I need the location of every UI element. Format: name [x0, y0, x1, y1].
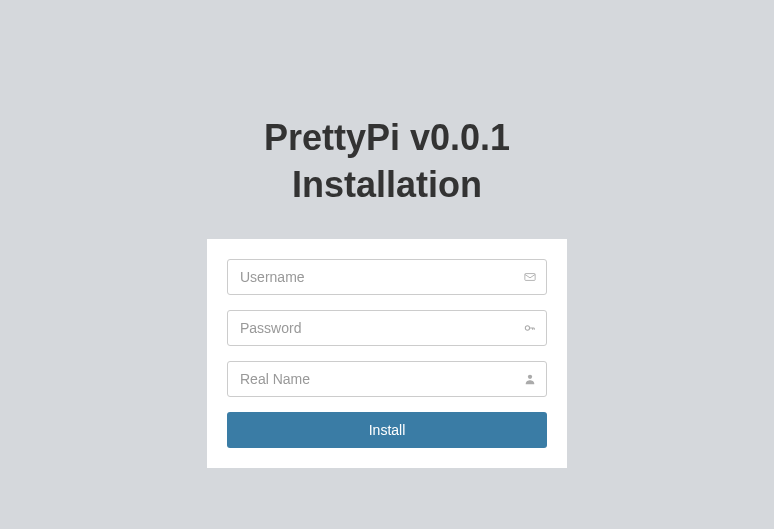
username-group [227, 259, 547, 295]
install-button[interactable]: Install [227, 412, 547, 448]
password-group [227, 310, 547, 346]
title-line-1: PrettyPi v0.0.1 [264, 115, 510, 162]
realname-input[interactable] [227, 361, 547, 397]
svg-rect-0 [525, 273, 535, 280]
envelope-icon [523, 270, 537, 284]
realname-group [227, 361, 547, 397]
password-input[interactable] [227, 310, 547, 346]
key-icon [523, 321, 537, 335]
install-form-card: Install [207, 239, 567, 468]
svg-point-2 [528, 374, 532, 378]
svg-point-1 [525, 325, 529, 329]
username-input[interactable] [227, 259, 547, 295]
user-icon [523, 372, 537, 386]
title-line-2: Installation [264, 162, 510, 209]
page-title: PrettyPi v0.0.1 Installation [264, 115, 510, 209]
